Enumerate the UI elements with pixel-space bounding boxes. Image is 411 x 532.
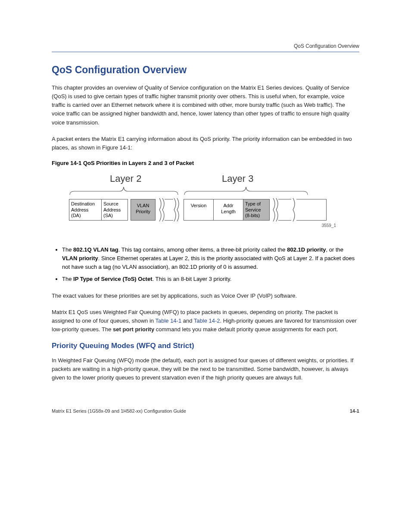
breadcrumb: QoS Configuration Overview — [52, 43, 359, 49]
layer2-label: Layer 2 — [110, 173, 141, 184]
bullet-list: The 802.1Q VLAN tag. This tag contains, … — [52, 246, 359, 284]
term-ip-tos: IP Type of Service (ToS) Octet — [73, 276, 153, 282]
spacer-1 — [165, 199, 173, 221]
spacer-3 — [296, 199, 327, 221]
term-8021d: 802.1D priority — [287, 246, 326, 253]
link-table-14-1[interactable]: Table 14-1 — [155, 317, 181, 324]
cell-addr-length: Addr Length — [213, 199, 243, 221]
para-applications: The exact values for these priorities ar… — [52, 292, 359, 300]
link-table-14-2[interactable]: Table 14-2 — [194, 317, 220, 324]
page: QoS Configuration Overview QoS Configura… — [0, 0, 411, 448]
page-number: 14-1 — [350, 408, 359, 414]
figure-id: 3559_1 — [322, 223, 336, 228]
break-2 — [172, 198, 179, 221]
break-3 — [271, 198, 278, 221]
section-title: QoS Configuration Overview — [52, 64, 359, 76]
divider — [52, 52, 359, 52]
footer: Matrix E1 Series (1G58x-09 and 1H582-xx)… — [52, 408, 359, 414]
subheading-queuing-modes: Priority Queuing Modes (WFQ and Strict) — [52, 342, 359, 350]
cell-tos: Type of Service (8-bits) — [243, 199, 270, 221]
footer-doc-title: Matrix E1 Series (1G58x-09 and 1H582-xx)… — [52, 408, 186, 414]
intro-paragraph-2: A packet enters the Matrix E1 carrying i… — [52, 135, 359, 152]
bullet-2: The IP Type of Service (ToS) Octet. This… — [62, 275, 359, 283]
term-vlan-priority: VLAN priority — [62, 255, 98, 261]
cell-vlan-priority: VLAN Priority — [131, 199, 156, 221]
cell-sa: Source Address (SA) — [101, 199, 128, 221]
intro-paragraph-1: This chapter provides an overview of Qua… — [52, 84, 359, 127]
break-1 — [158, 198, 165, 221]
figure-caption: Figure 14-1 QoS Priorities in Layers 2 a… — [52, 160, 359, 166]
figure-14-1: Layer 2 Layer 3 Destination Address (DA)… — [69, 173, 336, 242]
brace-layer2 — [69, 186, 179, 196]
para-queuing: In Weighted Fair Queuing (WFQ) mode (the… — [52, 356, 359, 382]
term-8021q: 802.1Q VLAN tag — [73, 246, 118, 253]
spacer-2 — [278, 199, 291, 221]
layer3-label: Layer 3 — [222, 173, 253, 184]
cell-version: Version — [184, 199, 214, 221]
cell-da: Destination Address (DA) — [69, 199, 102, 221]
bullet-1: The 802.1Q VLAN tag. This tag contains, … — [62, 246, 359, 271]
brace-layer3 — [184, 186, 308, 196]
para-wfq: Matrix E1 QoS uses Weighted Fair Queuing… — [52, 308, 359, 334]
cmd-set-port-priority: set port priority — [113, 326, 154, 333]
